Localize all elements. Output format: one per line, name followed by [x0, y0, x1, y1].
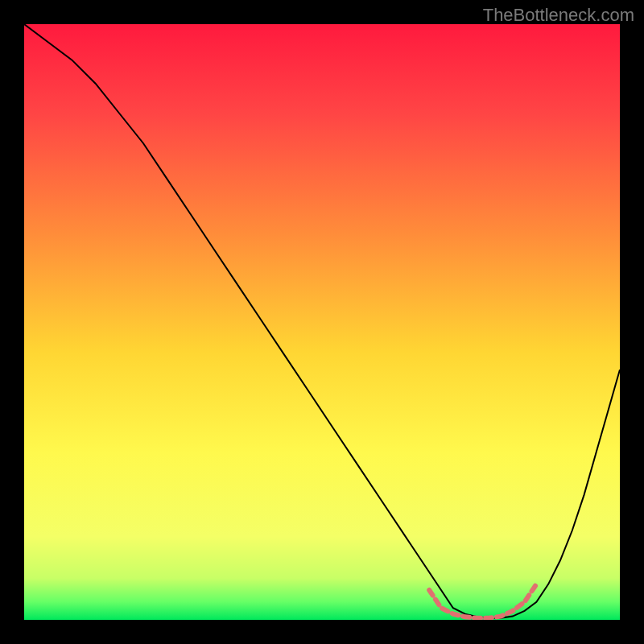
bottleneck-curve [24, 24, 620, 618]
chart-curves [24, 24, 620, 620]
chart-plot-area [24, 24, 620, 620]
watermark-text: TheBottleneck.com [483, 5, 634, 26]
